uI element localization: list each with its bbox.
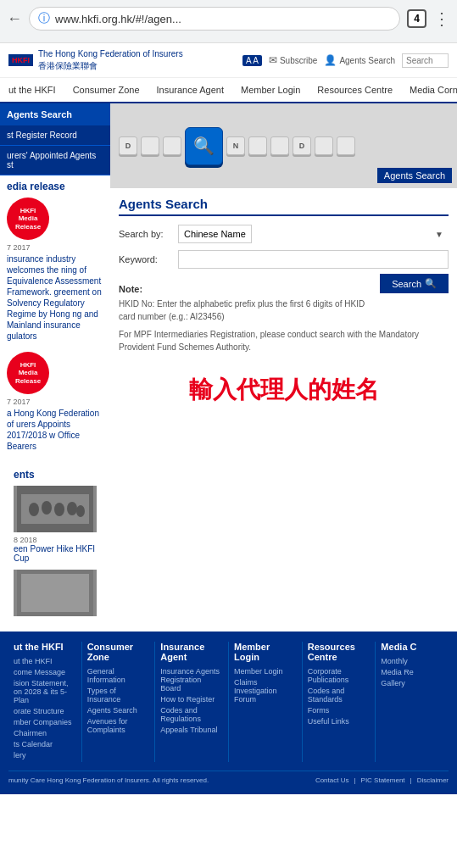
footer-link-about-4[interactable]: mber Companies (14, 718, 76, 726)
address-bar[interactable]: ⓘ www.hkfi.org.hk/#!/agen... (29, 7, 400, 31)
key-blank4 (270, 136, 289, 155)
note-text-2: For MPF Intermediaries Registration, ple… (119, 328, 449, 353)
news-item-2: HKFI Media Release 7 2017 a Hong Kong Fe… (7, 352, 103, 452)
agents-form-title: Agents Search (119, 197, 449, 216)
nav-item-resources[interactable]: Resources Centre (309, 78, 401, 102)
search-button[interactable]: Search 🔍 (380, 274, 449, 293)
main-content: D 🔍 N D Agents Search Agents Search Sear… (110, 103, 457, 632)
footer-link-insurance-2[interactable]: Codes and Regulations (160, 706, 223, 723)
footer-link-about-7[interactable]: lery (14, 751, 76, 760)
nav-item-media[interactable]: Media Corner (401, 78, 457, 102)
subscribe-label: Subscribe (280, 56, 317, 65)
footer-link-about-0[interactable]: ut the HKFI (14, 657, 76, 665)
sidebar-title: Agents Search (0, 103, 110, 125)
search-button-icon: 🔍 (425, 278, 437, 289)
back-button[interactable]: ← (7, 10, 22, 28)
badge-media-2: Media (15, 369, 41, 377)
nav-bar: ut the HKFI Consumer Zone Insurance Agen… (0, 78, 457, 103)
footer-link-about-2[interactable]: ision Statement, on 2028 & its 5- Plan (14, 679, 76, 704)
footer-link-media-2[interactable]: Gallery (381, 679, 443, 687)
footer-link-about-1[interactable]: come Message (14, 668, 76, 676)
site-header: HKFI The Hong Kong Federation of Insurer… (0, 43, 457, 78)
footer-contact-link[interactable]: Contact Us (315, 776, 349, 784)
footer-link-resources-3[interactable]: Useful Links (308, 717, 371, 726)
footer-link-insurance-0[interactable]: Insurance Agents Registration Board (160, 667, 223, 693)
text-size-button[interactable]: A A (242, 55, 262, 66)
key-blank6 (337, 136, 355, 155)
org-name: The Hong Kong Federation of Insurers 香港保… (38, 48, 183, 72)
footer-columns: ut the HKFI ut the HKFI come Message isi… (8, 642, 449, 762)
sidebar-item-appointed[interactable]: urers' Appointed Agents st (0, 146, 110, 175)
footer-link-about-5[interactable]: Chairmen (14, 729, 76, 737)
nav-item-about[interactable]: ut the HKFI (0, 78, 64, 102)
badge-release-1: Release (15, 223, 41, 231)
footer-link-resources-0[interactable]: Corporate Publications (308, 667, 371, 684)
select-arrow-icon: ▼ (435, 230, 443, 239)
footer-link-about-6[interactable]: ts Calendar (14, 740, 76, 748)
footer: ut the HKFI ut the HKFI come Message isi… (0, 632, 457, 794)
footer-link-insurance-3[interactable]: Appeals Tribunal (160, 726, 223, 734)
footer-link-consumer-2[interactable]: Agents Search (87, 706, 150, 715)
org-name-zh: 香港保險業聯會 (38, 60, 183, 72)
footer-link-media-1[interactable]: Media Re (381, 668, 443, 676)
search-by-select[interactable]: Chinese Name (178, 225, 252, 243)
news-date-1: 7 2017 (7, 243, 103, 252)
footer-col-resources-title: Resources Centre (308, 642, 371, 662)
event-date-1: 8 2018 (14, 536, 97, 544)
footer-col-member-title: Member Login (234, 642, 297, 662)
subscribe-button[interactable]: ✉ Subscribe (269, 54, 317, 66)
logo-hk: HK (12, 56, 23, 64)
footer-link-consumer-3[interactable]: Avenues for Complaints (87, 717, 150, 734)
footer-col-insurance-title: Insurance Agent (160, 642, 223, 662)
more-button[interactable]: ⋮ (433, 8, 450, 29)
footer-link-member-0[interactable]: Member Login (234, 667, 297, 676)
logo-area: HKFI The Hong Kong Federation of Insurer… (8, 48, 183, 72)
footer-link-consumer-1[interactable]: Types of Insurance (87, 687, 150, 704)
svg-point-2 (29, 503, 39, 516)
nav-item-insurance[interactable]: Insurance Agent (148, 78, 233, 102)
key-blank3 (248, 136, 267, 155)
sidebar-item-register[interactable]: st Register Record (0, 125, 110, 146)
news-date-2: 7 2017 (7, 398, 103, 406)
footer-col-resources: Resources Centre Corporate Publications … (303, 642, 376, 762)
logo: HKFI (8, 54, 33, 67)
footer-col-about-title: ut the HKFI (14, 642, 76, 652)
agents-form: Agents Search Search by: Chinese Name ▼ … (110, 188, 457, 284)
svg-point-4 (54, 503, 64, 516)
agents-search-header-button[interactable]: 👤 Agents Search (324, 54, 395, 66)
footer-disclaimer-link[interactable]: Disclaimer (417, 776, 449, 784)
keyword-input[interactable] (178, 250, 449, 269)
footer-pic-link[interactable]: PIC Statement (361, 776, 405, 784)
news-text-2[interactable]: a Hong Kong Federation of urers Appoints… (7, 408, 103, 452)
key-n: N (226, 136, 245, 155)
footer-link-media-0[interactable]: Monthly (381, 657, 443, 665)
footer-link-resources-1[interactable]: Codes and Standards (308, 687, 371, 704)
footer-bottom-links: Contact Us | PIC Statement | Disclaimer (315, 776, 449, 784)
search-by-label: Search by: (119, 229, 178, 239)
badge-hkfi-2: HKFI (15, 361, 41, 370)
footer-link-resources-2[interactable]: Forms (308, 706, 371, 715)
footer-link-about-3[interactable]: orate Structure (14, 707, 76, 715)
key-d: D (119, 136, 137, 155)
footer-col-about: ut the HKFI ut the HKFI come Message isi… (8, 642, 82, 762)
footer-link-consumer-0[interactable]: General Information (87, 667, 150, 684)
hero-banner: D 🔍 N D Agents Search (110, 103, 457, 188)
header-search-input[interactable] (402, 53, 449, 68)
agents-search-header-label: Agents Search (339, 56, 395, 65)
media-release-title: edia release (7, 181, 103, 192)
keyword-label: Keyword: (119, 254, 178, 264)
svg-rect-8 (21, 574, 89, 612)
info-icon: ⓘ (38, 11, 50, 26)
keyword-row: Keyword: (119, 250, 449, 269)
tab-count[interactable]: 4 (407, 9, 426, 28)
footer-col-insurance: Insurance Agent Insurance Agents Registr… (155, 642, 229, 762)
footer-link-insurance-1[interactable]: How to Register (160, 695, 223, 704)
nav-item-consumer[interactable]: Consumer Zone (64, 78, 148, 102)
event-text-1[interactable]: een Power Hike HKFI Cup (14, 544, 97, 563)
footer-col-member: Member Login Member Login Claims Investi… (229, 642, 303, 762)
nav-item-member[interactable]: Member Login (232, 78, 309, 102)
svg-point-6 (76, 505, 85, 517)
footer-link-member-1[interactable]: Claims Investigation Forum (234, 678, 297, 704)
news-text-1[interactable]: insurance industry welcomes the ning of … (7, 253, 103, 342)
news-badge-1: HKFI Media Release (7, 198, 49, 240)
